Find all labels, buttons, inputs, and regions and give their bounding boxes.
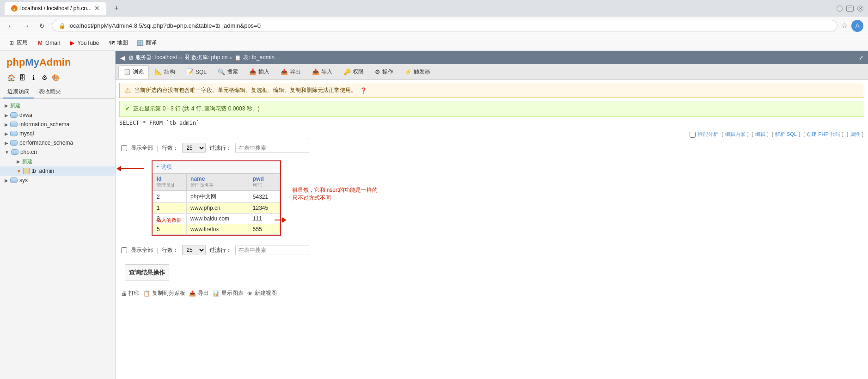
col-pwd[interactable]: pwd 密码 [249,174,280,191]
sidebar-item-dvwa[interactable]: ▶ dvwa [0,110,115,120]
expand-icon[interactable]: ⤢ [859,55,863,61]
search-icon: 🔍 [218,68,225,75]
arrow-icon: ▶ [5,178,8,183]
print-button[interactable]: 🖨 打印 [121,289,140,297]
tab-export-label: 导出 [290,68,301,76]
home-icon[interactable]: 🏠 [6,73,16,82]
annotation-right: 很显然，它和insert的功能是一样的 只不过方式不同 [292,159,378,238]
rows-select[interactable]: 25 50 100 [182,143,206,153]
toolbar-link-performance[interactable]: 性能分析 [698,131,718,137]
forward-button[interactable]: → [20,20,32,32]
tab-privileges[interactable]: 🔑 权限 [338,65,369,79]
tab-search[interactable]: 🔍 搜索 [213,65,243,79]
query-actions-button[interactable]: 查询结果操作 [125,264,169,281]
col-id[interactable]: id 管理员id [153,174,187,191]
tab-close-button[interactable]: ✕ [94,5,100,12]
sidebar-item-label: sys [19,177,28,183]
toolbar-link-parse-sql[interactable]: 解析 SQL [775,131,797,137]
bookmark-star-icon[interactable]: ☆ [841,21,848,30]
logo-admin: Admin [39,56,71,68]
bookmark-translate-label: 翻译 [146,39,157,47]
view-icon: 👁 [247,290,253,297]
toolbar-link-edit[interactable]: 编辑 [755,131,765,137]
db-icon[interactable]: 🗄 [18,73,27,82]
tab-structure-label: 结构 [164,68,175,76]
tab-favicon: 🔥 [11,5,18,12]
tab-browse[interactable]: 📋 浏览 [118,65,149,79]
toolbar-link-more[interactable]: 属性 [850,131,860,137]
info-icon[interactable]: ℹ [29,73,38,82]
back-button[interactable]: ← [5,20,17,32]
filter-label: 过滤行： [209,144,232,152]
toggle-sidebar-button[interactable]: ◀ [120,54,125,61]
tab-triggers-label: 触发器 [414,68,430,76]
translate-icon: 🔠 [137,40,144,46]
bookmark-gmail[interactable]: M Gmail [33,38,63,48]
tab-export[interactable]: 📤 导出 [275,65,306,79]
sidebar-item-sys[interactable]: ▶ sys [0,176,115,185]
tab-operations[interactable]: ⚙ 操作 [370,65,398,79]
close-button[interactable]: ✕ [857,6,863,12]
url-bar[interactable]: 🔒 localhost/phpMyAdmin4.8.5/sql.php?db=p… [52,20,837,31]
bottom-filter-input[interactable] [235,245,309,255]
arrow-head-left-icon [116,166,121,171]
settings-icon[interactable]: ⚙ [40,73,49,82]
copy-clipboard-button[interactable]: 📋 复制到剪贴板 [143,289,185,297]
toolbar-link-create-php[interactable]: 创建 PHP 代码 [807,131,840,137]
bottom-show-all-checkbox[interactable] [121,247,127,253]
arrow-line [121,168,144,169]
new-tab-button[interactable]: + [110,2,123,15]
sidebar-item-information-schema[interactable]: ▶ information_schema [0,120,115,129]
col-name[interactable]: name 管理员名字 [187,174,249,191]
toolbar-link-edit-inline[interactable]: 编辑内嵌 [725,131,746,137]
data-table: id 管理员id name 管理员名字 pwd 密码 [153,173,280,235]
maximize-button[interactable]: □ [846,6,854,12]
breadcrumb-icon: 🖥 [128,55,134,61]
export-button[interactable]: 📤 导出 [189,289,209,297]
tab-import[interactable]: 📤 导入 [307,65,337,79]
new-view-button[interactable]: 👁 新建视图 [247,289,277,297]
sidebar-item-new-table[interactable]: ▶ 新建 [0,157,115,166]
tab-insert[interactable]: 📥 插入 [244,65,275,79]
bookmark-translate[interactable]: 🔠 翻译 [134,37,160,49]
browser-tab[interactable]: 🔥 localhost / localhost / ph.cn... ✕ [5,2,106,15]
bookmark-youtube[interactable]: ▶ YouTube [65,38,103,48]
sidebar-item-mysql[interactable]: ▶ mysql [0,129,115,138]
privileges-icon: 🔑 [343,68,351,75]
options-link[interactable]: + 选项 [153,161,280,173]
sidebar-item-tb-admin[interactable]: ▼ tb_admin [0,166,115,176]
performance-checkbox[interactable] [690,132,696,138]
maps-icon: 🗺 [109,40,115,46]
pma-logo: phpMyAdmin [0,51,115,71]
tab-sql[interactable]: 📝 SQL [181,66,212,78]
sidebar-tab-recent[interactable]: 近期访问 [3,86,34,98]
bookmark-apps[interactable]: ⊞ 应用 [5,37,31,49]
minimize-button[interactable]: — [837,6,843,12]
gmail-icon: M [37,40,43,46]
bottom-rows-select[interactable]: 25 50 100 [182,245,206,255]
tab-browse-label: 浏览 [133,68,144,76]
tabs-bar: 📋 浏览 📐 结构 📝 SQL 🔍 搜索 📥 插入 📤 导出 [116,64,868,80]
main-layout: phpMyAdmin 🏠 🗄 ℹ ⚙ 🎨 近期访问 表收藏夹 ▶ 新建 ▶ dv… [0,51,868,379]
sidebar-item-new[interactable]: ▶ 新建 [0,101,115,110]
tab-sql-label: SQL [196,69,207,75]
browse-icon: 📋 [123,68,131,75]
db-cylinder-icon [10,131,18,136]
help-link[interactable]: ❓ [360,87,367,94]
theme-icon[interactable]: 🎨 [51,73,60,82]
window-controls: — □ ✕ [837,6,863,12]
col-id-subtitle: 管理员id [157,182,183,189]
table-outer: + 选项 id 管理员id name 管理员名字 [148,159,864,238]
tab-triggers[interactable]: ⚡ 触发器 [399,65,435,79]
breadcrumb-table: 表: tb_admin [243,54,275,61]
refresh-button[interactable]: ↻ [36,20,48,32]
tab-structure[interactable]: 📐 结构 [150,65,180,79]
show-all-checkbox[interactable] [121,145,127,151]
display-chart-button[interactable]: 📊 显示图表 [213,289,244,297]
filter-input[interactable] [235,143,309,153]
bookmark-maps[interactable]: 🗺 地图 [105,37,132,49]
sidebar-item-performance-schema[interactable]: ▶ performance_schema [0,138,115,147]
sidebar-item-php-cn[interactable]: ▼ php.cn [0,147,115,157]
sidebar-tab-favorites[interactable]: 表收藏夹 [34,86,66,98]
account-button[interactable]: A [851,20,863,32]
